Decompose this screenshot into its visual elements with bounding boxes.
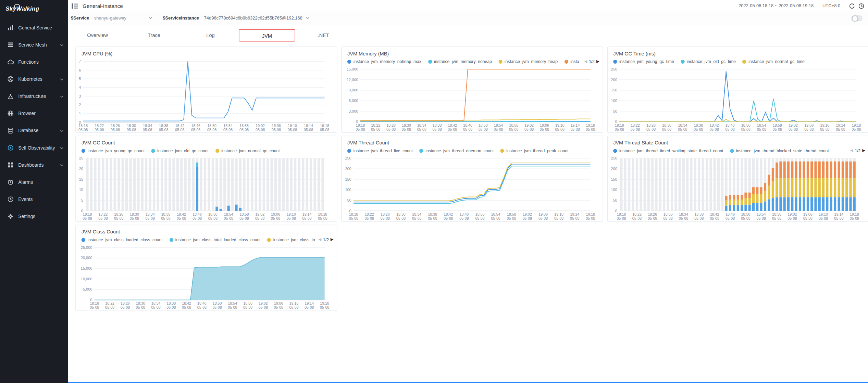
sidebar-item-kubernetes[interactable]: Kubernetes [0,70,68,87]
legend-item[interactable]: instance_jvm_memory_heap [498,59,558,64]
legend-item[interactable]: instance_jvm_thread_peak_count [500,148,568,153]
tab-jvm[interactable]: JVM [239,29,295,42]
svg-text:2: 2 [79,103,81,107]
legend-item[interactable]: instance_jvm_thread_blocked_state_thread… [730,148,829,153]
svg-text:18:18: 18:18 [83,212,92,216]
sidebar-item-infrastructure[interactable]: Infrastructure [0,88,68,105]
legend-item[interactable]: instance_jvm_young_gc_time [613,59,674,64]
charts-grid: JVM CPU (%)0123456718:1805-0818:2205-081… [75,47,868,311]
sidebar-item-events[interactable]: Events [0,190,68,207]
svg-text:18:22: 18:22 [105,301,114,305]
svg-text:18:30: 18:30 [130,212,139,216]
sidebar-item-alarms[interactable]: Alarms [0,173,68,190]
svg-text:18:42: 18:42 [444,212,453,216]
legend-item[interactable]: instance_jvm_memory_noheap [428,59,492,64]
sidebar-item-self-observability[interactable]: Self Observability [0,139,68,156]
tab-log[interactable]: Log [182,29,239,42]
svg-text:05-08: 05-08 [356,127,365,131]
theme-toggle[interactable] [851,15,862,21]
sidebar-item-browser[interactable]: Browser [0,105,68,122]
svg-text:18:42: 18:42 [175,124,184,128]
legend-next-icon[interactable]: ▶ [596,59,599,64]
svg-text:6,000: 6,000 [349,99,358,103]
sidebar-item-label: Self Observability [18,145,59,150]
sidebar-item-functions[interactable]: Functions [0,53,68,70]
svg-text:05-08: 05-08 [412,216,421,220]
legend-item[interactable]: instance_jvm_young_gc_count [82,148,145,153]
svg-text:18:54: 18:54 [757,123,766,127]
legend-item[interactable]: instance_jvm_thread_timed_waiting_state_… [613,148,723,153]
sidebar-item-settings[interactable]: Settings [0,207,68,225]
clock-icon[interactable] [858,2,865,9]
svg-text:05-08: 05-08 [417,127,426,131]
svg-text:18:30: 18:30 [402,123,411,127]
legend-label: instance_jvm_old_gc_count [157,148,209,153]
cloud-icon [7,59,14,65]
svg-text:05-08: 05-08 [386,127,396,131]
chevron-down-icon [148,15,153,21]
svg-text:3: 3 [79,94,81,98]
legend-dot-icon [742,60,746,63]
svg-text:19:06: 19:06 [540,123,549,127]
svg-text:05-08: 05-08 [741,216,750,220]
legend-item[interactable]: instance_jvm_normal_gc_time [742,59,805,64]
legend-next-icon[interactable]: ▶ [331,238,334,242]
chart-legend: instance_jvm_thread_live_countinstance_j… [342,147,603,155]
legend-item[interactable]: instance_jvm_memory_noheap_max [347,59,421,64]
logo-text: SkyWalking [5,5,39,12]
chart-card-jvm-memory: JVM Memory (MB)instance_jvm_memory_nohea… [341,47,603,133]
legend-item[interactable]: instance_jvm_normal_gc_count [215,148,280,153]
tab-overview[interactable]: Overview [69,29,126,42]
legend-item[interactable]: instance_jvm_class_total_loaded_class_co… [169,237,261,242]
service-label: $Service [71,15,89,21]
svg-text:05-08: 05-08 [159,128,168,132]
svg-text:18:42: 18:42 [710,212,719,216]
svg-text:05-08: 05-08 [726,127,735,131]
legend-prev-icon[interactable]: ◀ [850,148,853,153]
svg-text:18:50: 18:50 [741,123,751,127]
svg-text:18:50: 18:50 [208,212,218,216]
svg-text:05-08: 05-08 [615,127,624,131]
svg-text:05-08: 05-08 [371,127,380,131]
legend-dot-icon [151,149,155,152]
svg-text:19:06: 19:06 [803,212,813,216]
sidebar-item-dashboards[interactable]: Dashboards [0,156,68,173]
svg-text:150: 150 [345,177,351,181]
menu-fold-icon[interactable] [72,2,78,9]
legend-dot-icon [169,238,173,242]
legend-prev-icon[interactable]: ◀ [584,59,587,64]
sidebar-item-database[interactable]: Database [0,122,68,139]
legend-item[interactable]: instance_jvm_thread_live_count [347,148,413,153]
svg-text:05-08: 05-08 [287,216,296,220]
svg-text:18:38: 18:38 [159,124,168,128]
sidebar-item-label: Settings [18,213,64,219]
service-select[interactable]: shenyu-gateway [92,14,155,22]
sidebar-item-general-service[interactable]: General Service [0,19,68,36]
legend-item[interactable]: instance_jvm_old_gc_time [681,59,736,64]
svg-text:19:02: 19:02 [255,212,264,216]
svg-text:18:54: 18:54 [223,124,233,128]
legend-item[interactable]: instance_jvm_class_loaded_class_count [82,237,163,242]
svg-text:05-08: 05-08 [448,127,457,131]
chart-canvas: 05,00010,00015,00020,00025,00018:1805-08… [76,244,329,311]
svg-text:19:14: 19:14 [570,212,579,216]
tab-net[interactable]: .NET [295,29,352,42]
legend-item[interactable]: instance_jvm_old_gc_count [151,148,208,153]
sidebar-item-service-mesh[interactable]: Service Mesh [0,36,68,53]
legend-item[interactable]: instance_jvm_thread_daemon_count [419,148,494,153]
svg-text:05-08: 05-08 [207,128,216,132]
time-range-picker[interactable]: 2022-05-08 18:18 ~ 2022-05-08 19:18 [739,3,814,9]
chart-canvas: 05010015020025018:1805-0818:2205-0818:26… [342,154,595,221]
tab-trace[interactable]: Trace [126,29,182,42]
legend-prev-icon[interactable]: ◀ [318,238,321,242]
refresh-icon[interactable] [848,2,855,9]
service-instance-select[interactable]: 74d96c778c694c6b9b6322c62d55b765@192.168 [202,14,312,22]
legend-item[interactable]: insta [564,59,579,64]
legend-next-icon[interactable]: ▶ [862,148,865,153]
svg-text:19:14: 19:14 [302,212,312,216]
legend-item[interactable]: instance_jvm_class_to [267,237,315,242]
svg-text:05-08: 05-08 [136,305,145,309]
svg-text:05-08: 05-08 [243,305,252,309]
svg-text:19:18: 19:18 [586,212,595,216]
svg-text:18:42: 18:42 [177,212,186,216]
